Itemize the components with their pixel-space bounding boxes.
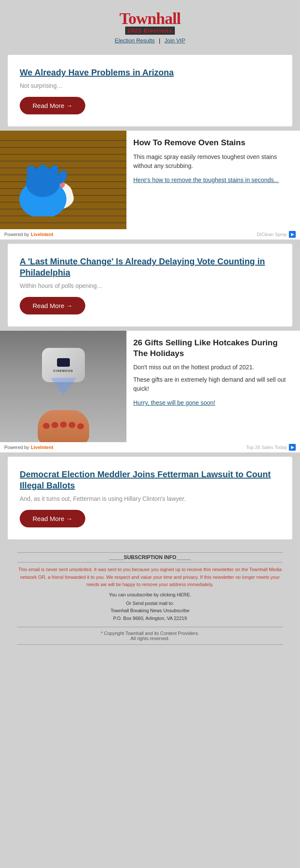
ad-2-content: 26 Gifts Selling Like Hotcakes During Th… [126,331,300,442]
liveintent-logo-2: LiveIntent [31,445,53,450]
footer: _____SUBSCRIPTION INFO_____ This email i… [0,544,300,661]
ad-2-desc2: These gifts are in extremely high demand… [133,375,293,393]
powered-by-1: Powered by LiveIntent [4,232,53,237]
article-card-3: Democrat Election Meddler Joins Fetterma… [8,457,292,539]
ad-2-image: CINEMOOD [0,331,126,442]
footer-address: Or Send postal mail to: Townhall Breakin… [17,600,283,623]
powered-by-2: Powered by LiveIntent [4,445,53,450]
ad-1-link[interactable]: Here's how to remove the toughest stains… [133,177,279,183]
liveintent-logo-1: LiveIntent [31,232,53,237]
oven-glove-svg [13,165,73,216]
ad-badge-2: ▶ [289,444,296,451]
footer-subscription-title: _____SUBSCRIPTION INFO_____ [17,552,283,563]
ad-1-footer: Powered by LiveIntent DiClean Spray ▶ [0,229,300,239]
footer-divider [17,627,283,627]
projector-box: CINEMOOD [42,348,85,382]
election-results-link[interactable]: Election Results [115,37,155,44]
ad-card-1: How To Remove Oven Stains This magic spr… [0,131,300,239]
ad-2-link[interactable]: Hurry, these will be gone soon! [133,399,215,406]
ad-1-desc: This magic spray easily removes toughest… [133,153,293,171]
svg-point-6 [43,423,50,429]
ad-2-desc1: Don't miss out on the hottest product of… [133,363,293,372]
read-more-button-1[interactable]: Read More → [20,97,85,114]
footer-copyright: * Copyright Townhall and its Content Pro… [17,631,283,641]
projector-light [51,378,76,395]
article-3-subtitle: And, as it turns out, Fetterman is using… [20,495,280,502]
projector-lens [57,358,70,367]
ad-1-content: How To Remove Oven Stains This magic spr… [126,131,300,229]
article-2-title[interactable]: A 'Last Minute Change' Is Already Delayi… [20,256,280,278]
ad-1-brand: DiClean Spray [257,232,287,237]
ad-1-title: How To Remove Oven Stains [133,138,293,148]
svg-point-8 [60,422,67,428]
header-nav: Election Results | Join VIP [7,37,293,44]
svg-point-9 [69,422,75,428]
footer-unsub-text: You can unsubscribe by clicking HERE. [17,592,283,597]
ad-card-2: CINEMOOD 26 Gifts Selling Like Hotcakes … [0,331,300,452]
article-card-1: We Already Have Problems in Arizona Not … [8,55,292,126]
article-3-title[interactable]: Democrat Election Meddler Joins Fetterma… [20,469,280,491]
footer-body-text: This email is never sent unsolicited. It… [17,566,283,589]
svg-point-7 [51,422,58,428]
svg-point-10 [77,423,84,429]
nails-svg [38,422,89,430]
read-more-button-2[interactable]: Read More → [20,297,85,314]
article-card-2: A 'Last Minute Change' Is Already Delayi… [8,244,292,326]
article-1-title[interactable]: We Already Have Problems in Arizona [20,67,280,78]
article-1-subtitle: Not surprising… [20,82,280,89]
page-header: Townhall 2022 Elections Election Results… [0,0,300,51]
read-more-button-3[interactable]: Read More → [20,510,85,527]
join-vip-link[interactable]: Join VIP [165,37,185,44]
ad-2-footer: Powered by LiveIntent Top 26 Sales Today… [0,442,300,452]
ad-2-title: 26 Gifts Selling Like Hotcakes During Th… [133,338,293,359]
logo-townhall: Townhall 2022 Elections [7,10,293,35]
ad-1-image [0,131,126,229]
ad-2-brand: Top 26 Sales Today [246,445,287,450]
ad-badge-1: ▶ [289,231,296,238]
footer-divider-2 [17,644,283,645]
article-2-subtitle: Within hours of polls opening… [20,282,280,289]
